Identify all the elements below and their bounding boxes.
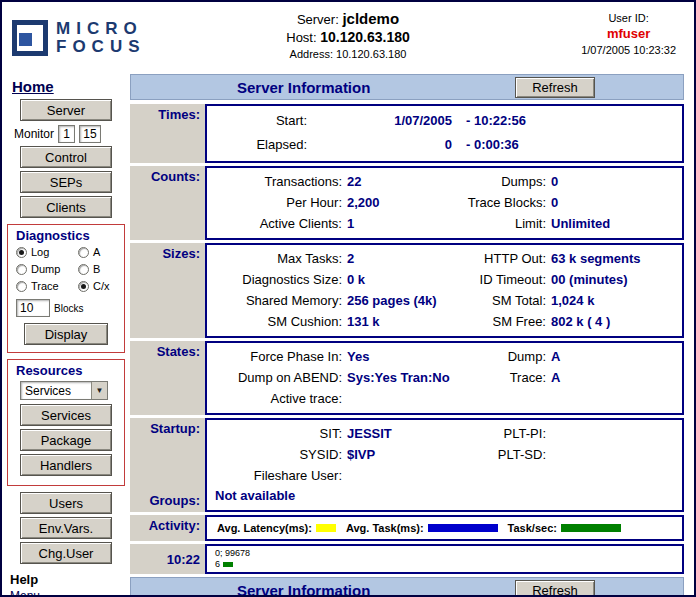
resources-title: Resources [16, 363, 120, 378]
field-value: A [551, 346, 682, 367]
radio-cx[interactable]: C/x [78, 280, 122, 292]
refresh-button-top[interactable]: Refresh [515, 77, 595, 98]
field-value: 0 [551, 171, 682, 192]
field-label [459, 388, 551, 409]
groups-value: Not available [215, 488, 295, 503]
server-button[interactable]: Server [20, 99, 112, 121]
sidebar: Home Server Monitor Control SEPs Clients… [2, 74, 130, 597]
field-value: 256 pages (4k) [347, 290, 459, 311]
field-value: 131 k [347, 311, 459, 332]
blocks-row: Blocks [16, 299, 120, 317]
package-button[interactable]: Package [20, 429, 112, 451]
activity-green-bar [223, 562, 233, 567]
diagnostics-group: Diagnostics Log A Dump B Trace C/x Block… [7, 224, 125, 353]
field-label: Dumps: [459, 171, 551, 192]
field-value [347, 465, 459, 486]
radio-cx-label: C/x [93, 280, 110, 292]
activity-legend: Avg. Latency(ms): Avg. Task(ms): Task/se… [207, 520, 682, 535]
server-name: jcldemo [342, 10, 399, 27]
monitor-count-input[interactable] [79, 125, 101, 143]
services-button[interactable]: Services [20, 404, 112, 426]
field-label [459, 465, 551, 486]
counts-section: Counts: Transactions:22Dumps:0 Per Hour:… [130, 166, 684, 240]
field-value [551, 423, 682, 444]
states-section: States: Force Phase In:YesDump:A Dump on… [130, 341, 684, 415]
sizes-row: Max Tasks:2HTTP Out:63 k segments [207, 248, 682, 269]
times-row: Elapsed:0- 0:00:36 [207, 133, 682, 157]
diagnostics-radios: Log A Dump B Trace C/x [16, 246, 120, 292]
menu-link[interactable]: Menu [10, 589, 130, 597]
startup-section-label: Startup: Groups: [130, 418, 205, 512]
field-value: 00 (minutes) [551, 269, 682, 290]
sizes-row: Shared Memory:256 pages (4k)SM Total:1,0… [207, 290, 682, 311]
states-section-label: States: [130, 341, 205, 415]
field-value: 0 k [347, 269, 459, 290]
groups-label: Groups: [130, 493, 200, 508]
field-label: PLT-PI: [459, 423, 551, 444]
radio-trace-label: Trace [31, 280, 59, 292]
field-label: PLT-SD: [459, 444, 551, 465]
counts-row: Transactions:22Dumps:0 [207, 171, 682, 192]
radio-icon [16, 264, 27, 275]
micro-focus-logo: MICRO FOCUS [12, 20, 146, 56]
tasksec-bar [561, 524, 621, 532]
field-value: A [551, 367, 682, 388]
seps-button[interactable]: SEPs [20, 171, 112, 193]
radio-a[interactable]: A [78, 246, 122, 258]
field-label: HTTP Out: [459, 248, 551, 269]
monitor-label: Monitor [14, 127, 54, 141]
field-label: Dump: [459, 346, 551, 367]
states-box: Force Phase In:YesDump:A Dump on ABEND:S… [205, 341, 684, 415]
users-button[interactable]: Users [20, 492, 112, 514]
field-value: JESSIT [347, 423, 459, 444]
title-bar: Server Information Refresh [130, 74, 684, 100]
field-label: SM Total: [459, 290, 551, 311]
field-label: Active Clients: [207, 213, 347, 234]
monitor-row: Monitor [14, 125, 130, 143]
field-label: Force Phase In: [207, 346, 347, 367]
radio-trace[interactable]: Trace [16, 280, 78, 292]
chevron-down-icon: ▼ [91, 382, 107, 399]
startup-row: SYSID:$IVPPLT-SD: [207, 444, 682, 465]
envvars-button[interactable]: Env.Vars. [20, 517, 112, 539]
handlers-button[interactable]: Handlers [20, 454, 112, 476]
field-value: 2 [347, 248, 459, 269]
logo-line-focus: FOCUS [56, 38, 146, 56]
field-label: Start: [207, 109, 312, 133]
radio-b[interactable]: B [78, 263, 122, 275]
radio-log[interactable]: Log [16, 246, 78, 258]
home-link[interactable]: Home [12, 78, 130, 95]
field-label: Limit: [459, 213, 551, 234]
user-id-label: User ID: [581, 12, 676, 24]
logo-line-micro: MICRO [56, 20, 146, 38]
address-value: 10.120.63.180 [336, 48, 406, 60]
app-window: MICRO FOCUS Server: jcldemo Host: 10.120… [0, 0, 696, 597]
field-label: Active trace: [207, 388, 347, 409]
counts-box: Transactions:22Dumps:0 Per Hour:2,200Tra… [205, 166, 684, 240]
times-section-label: Times: [130, 104, 205, 163]
display-button[interactable]: Display [24, 323, 108, 345]
counts-row: Active Clients:1Limit:Unlimited [207, 213, 682, 234]
blocks-label: Blocks [54, 303, 83, 314]
resources-select[interactable]: Services ▼ [20, 381, 108, 400]
chguser-button[interactable]: Chg.User [20, 542, 112, 564]
radio-dump[interactable]: Dump [16, 263, 78, 275]
radio-dump-label: Dump [31, 263, 60, 275]
latency-legend-label: Avg. Latency(ms): [217, 522, 312, 534]
field-value: 2,200 [347, 192, 459, 213]
field-label: Max Tasks: [207, 248, 347, 269]
sizes-section: Sizes: Max Tasks:2HTTP Out:63 k segments… [130, 243, 684, 338]
activity-box: Avg. Latency(ms): Avg. Task(ms): Task/se… [205, 515, 684, 541]
field-value: Yes [347, 346, 459, 367]
radio-icon [16, 281, 27, 292]
refresh-button-bottom[interactable]: Refresh [515, 580, 595, 597]
startup-box: SIT:JESSITPLT-PI: SYSID:$IVPPLT-SD: File… [205, 418, 684, 512]
field-value: 0 [551, 192, 682, 213]
field-value: 802 k ( 4 ) [551, 311, 682, 332]
monitor-interval-input[interactable] [58, 125, 75, 143]
blocks-input[interactable] [16, 299, 50, 317]
clients-button[interactable]: Clients [20, 196, 112, 218]
field-value: 63 k segments [551, 248, 682, 269]
control-button[interactable]: Control [20, 146, 112, 168]
sizes-section-label: Sizes: [130, 243, 205, 338]
